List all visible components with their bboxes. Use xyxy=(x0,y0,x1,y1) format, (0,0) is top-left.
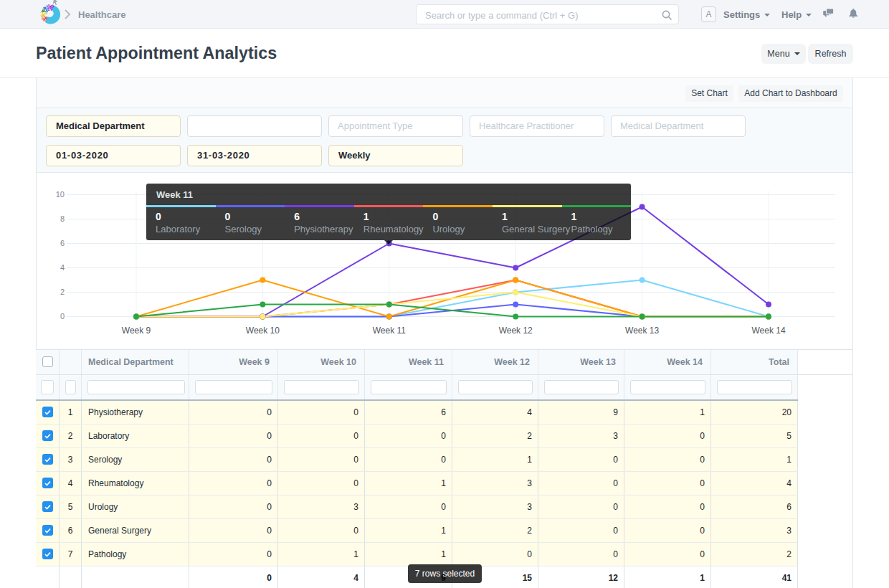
svg-text:Week 11: Week 11 xyxy=(373,326,407,336)
svg-text:0: 0 xyxy=(60,312,65,321)
svg-text:Week 10: Week 10 xyxy=(246,326,280,336)
svg-text:10: 10 xyxy=(56,190,65,199)
svg-text:Week 12: Week 12 xyxy=(499,326,533,336)
svg-text:8: 8 xyxy=(60,214,65,223)
svg-text:6: 6 xyxy=(60,239,65,247)
svg-text:Week 14: Week 14 xyxy=(751,326,785,336)
svg-text:2: 2 xyxy=(60,288,65,296)
svg-text:4: 4 xyxy=(60,263,65,272)
svg-text:Week 13: Week 13 xyxy=(625,326,659,336)
svg-text:Week 9: Week 9 xyxy=(122,326,151,336)
